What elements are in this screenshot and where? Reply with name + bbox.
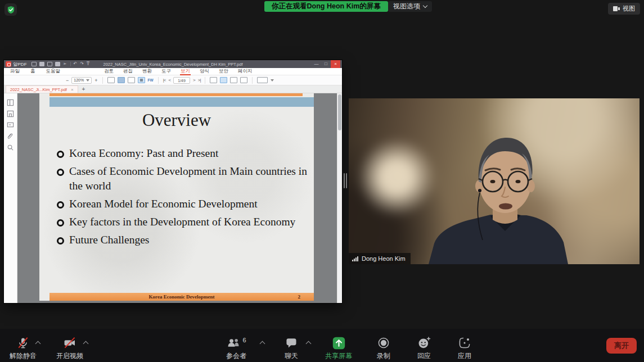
- unmute-button[interactable]: 解除静音: [3, 336, 43, 361]
- slide-bullet: Korea Economy: Past and Present: [56, 146, 309, 161]
- participants-icon: [226, 336, 241, 350]
- tab-view[interactable]: 보기: [180, 67, 191, 75]
- menu-file[interactable]: 파일: [10, 68, 20, 75]
- share-screen-button[interactable]: 共享屏幕: [318, 336, 359, 361]
- view-options-button[interactable]: 视图选项: [388, 1, 432, 12]
- slide-top-orange-strip: [49, 93, 303, 96]
- single-page-view-icon[interactable]: [210, 77, 217, 83]
- page-indicator-input[interactable]: 1/49: [173, 77, 190, 84]
- save-icon[interactable]: [39, 62, 44, 66]
- document-tab-label: 2022_NASC_Ji...Kim_PPT.pdf: [10, 87, 67, 92]
- fit-width-icon[interactable]: [118, 77, 125, 83]
- grid-view-icon[interactable]: [240, 77, 247, 83]
- share-screen-icon: [332, 336, 346, 350]
- slide-bullet: Future Challenges: [56, 233, 309, 247]
- participants-count: 6: [242, 337, 246, 343]
- participants-label: 参会者: [226, 351, 246, 361]
- start-video-button[interactable]: 开启视频: [49, 336, 90, 361]
- thumbnails-icon[interactable]: [7, 99, 14, 106]
- pdf-content-area: Overview Korea Economy: Past and Present…: [4, 93, 342, 303]
- divider: [252, 77, 253, 84]
- tab-tools[interactable]: 도구: [161, 67, 172, 75]
- next-page-button[interactable]: >: [193, 78, 195, 83]
- tab-security[interactable]: 보안: [218, 67, 229, 75]
- pdf-scrollbar[interactable]: [337, 93, 342, 303]
- pin-icon[interactable]: ₸: [87, 62, 89, 66]
- start-video-label: 开启视频: [56, 351, 83, 361]
- document-tab-bar: 2022_NASC_Ji...Kim_PPT.pdf × +: [4, 85, 342, 93]
- tab-convert[interactable]: 변환: [142, 67, 152, 75]
- slide-footer: Korea Economic Development 2: [49, 293, 314, 301]
- meeting-security-badge[interactable]: [4, 3, 17, 16]
- record-button[interactable]: 录制: [363, 336, 404, 361]
- continuous-view-icon[interactable]: [220, 77, 227, 83]
- participant-person: [349, 98, 640, 264]
- fit-visible-icon[interactable]: [138, 77, 145, 83]
- two-page-view-icon[interactable]: [230, 77, 237, 83]
- participants-button[interactable]: 6 参会者: [216, 336, 256, 361]
- tab-forms[interactable]: 양식: [199, 67, 210, 75]
- watching-screen-banner: 你正在观看Dong Heon Kim的屏幕: [264, 1, 388, 12]
- fit-page-icon[interactable]: [128, 77, 135, 83]
- pane-resize-handle[interactable]: [343, 171, 348, 190]
- chat-chevron-icon[interactable]: [306, 341, 310, 345]
- new-tab-button[interactable]: +: [82, 85, 85, 93]
- apps-icon: [458, 336, 471, 350]
- tab-pages[interactable]: 페이지: [237, 67, 253, 75]
- previous-page-button[interactable]: <: [168, 78, 170, 83]
- tab-review[interactable]: 검토: [103, 67, 114, 75]
- zoom-out-button[interactable]: −: [66, 78, 69, 83]
- actual-size-icon[interactable]: [107, 77, 115, 83]
- close-button[interactable]: ×: [331, 60, 340, 68]
- zoom-in-button[interactable]: +: [94, 78, 97, 83]
- apps-button[interactable]: 应用: [444, 336, 485, 361]
- tab-edit[interactable]: 편집: [123, 67, 133, 75]
- divider: [205, 77, 205, 84]
- slide-page: Overview Korea Economy: Past and Present…: [39, 93, 314, 301]
- pdf-titlebar: 알PDF ➣ ↶ ↷ ₸ 2022_NASC_Jilin_Univ_Korea_…: [4, 60, 342, 68]
- print-icon[interactable]: [55, 62, 60, 66]
- share-screen-label: 共享屏幕: [325, 351, 352, 361]
- menu-home[interactable]: 홈: [30, 68, 35, 75]
- reactions-label: 回应: [417, 351, 431, 361]
- email-icon[interactable]: [47, 62, 52, 66]
- reactions-button[interactable]: 回应: [404, 336, 444, 361]
- bookmarks-icon[interactable]: [7, 110, 14, 117]
- search-icon[interactable]: [7, 144, 14, 151]
- view-button[interactable]: 视图: [608, 3, 640, 15]
- slide-bullet: Korean Model for Economic Development: [56, 197, 309, 211]
- participant-video[interactable]: Dong Heon Kim: [349, 98, 640, 264]
- maximize-button[interactable]: □: [321, 60, 331, 68]
- chat-button[interactable]: 聊天: [271, 336, 312, 361]
- split-view-icon[interactable]: [257, 77, 268, 83]
- redo-icon[interactable]: ↷: [80, 62, 84, 66]
- minimize-button[interactable]: —: [312, 60, 321, 68]
- first-page-button[interactable]: |<: [163, 78, 166, 83]
- close-tab-icon[interactable]: ×: [71, 87, 74, 92]
- document-tab[interactable]: 2022_NASC_Ji...Kim_PPT.pdf ×: [6, 85, 78, 93]
- slide-page-number: 2: [298, 294, 301, 300]
- open-file-icon[interactable]: [31, 62, 37, 66]
- comments-icon[interactable]: [7, 121, 14, 129]
- chevron-down-icon: [86, 79, 89, 82]
- zoom-level-select[interactable]: 120%: [71, 77, 92, 84]
- meeting-toolbar: 解除静音 开启视频 6 参会者: [0, 329, 644, 362]
- share-icon[interactable]: ➣: [63, 62, 67, 66]
- last-page-button[interactable]: >|: [198, 78, 201, 83]
- slide-footer-text: Korea Economic Development: [49, 294, 314, 300]
- mic-options-chevron-icon[interactable]: [35, 341, 40, 345]
- chevron-down-icon: [271, 79, 274, 82]
- leave-meeting-button[interactable]: 离开: [606, 338, 637, 354]
- slide-blue-band: [49, 97, 314, 107]
- video-options-chevron-icon[interactable]: [83, 341, 88, 345]
- microphone-muted-icon: [16, 336, 30, 350]
- undo-icon[interactable]: ↶: [74, 62, 78, 66]
- fullwidth-icon[interactable]: FW: [148, 77, 154, 83]
- divider: [158, 77, 159, 84]
- menu-help[interactable]: 도움말: [46, 68, 61, 75]
- participants-chevron-icon[interactable]: [260, 341, 264, 345]
- scrollbar-thumb[interactable]: [338, 94, 341, 130]
- attachments-icon[interactable]: [7, 133, 14, 140]
- unmute-label: 解除静音: [10, 351, 37, 361]
- zoom-level-value: 120%: [74, 78, 84, 82]
